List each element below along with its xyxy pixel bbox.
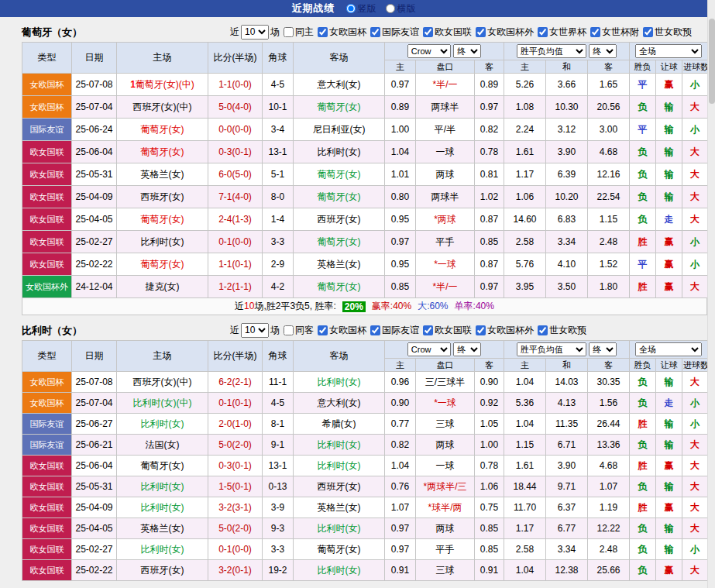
away-team[interactable]: 尼日利亚(女) <box>294 119 385 141</box>
same-venue-filter-checkbox[interactable] <box>284 325 294 335</box>
score[interactable]: 1-1(0-1) <box>208 253 263 276</box>
layout-option-vertical[interactable]: 竖版 <box>346 2 376 15</box>
away-team[interactable]: 西班牙(女) <box>294 476 385 497</box>
scope-select[interactable]: 全场 <box>635 342 702 356</box>
score[interactable]: 5-0(2-0) <box>208 435 263 456</box>
odds-stage-select[interactable]: 终 <box>453 44 481 58</box>
home-team[interactable]: 1葡萄牙(女)(中) <box>117 74 208 96</box>
competition-filter[interactable]: 国际友谊 <box>366 26 419 39</box>
score[interactable]: 5-0(2-0) <box>208 518 263 539</box>
away-team[interactable]: 葡萄牙(女) <box>294 231 385 253</box>
home-team[interactable]: 英格兰(女) <box>117 163 208 186</box>
competition-filter[interactable]: 女世界杯 <box>534 26 586 39</box>
score[interactable]: 3-2(3-1) <box>208 497 263 518</box>
home-team[interactable]: 西班牙(女)(中) <box>117 96 208 119</box>
competition-filter[interactable]: 世女欧预 <box>534 324 586 337</box>
score[interactable]: 0-1(0-0) <box>208 539 263 560</box>
score[interactable]: 1-2(1-1) <box>208 276 263 298</box>
home-team[interactable]: 西班牙(女)(中) <box>117 372 208 393</box>
home-team[interactable]: 葡萄牙(女) <box>117 208 208 231</box>
away-team[interactable]: 葡萄牙(女) <box>294 539 385 560</box>
away-team[interactable]: 比利时(女) <box>294 435 385 456</box>
home-team[interactable]: 葡萄牙(女) <box>117 119 208 141</box>
away-team[interactable]: 葡萄牙(女) <box>294 186 385 208</box>
recent-count-select[interactable]: 10 <box>241 25 269 40</box>
competition-filter-checkbox[interactable] <box>370 325 380 335</box>
away-team[interactable]: 意大利(女) <box>294 74 385 96</box>
competition-filter[interactable]: 女欧国杯 <box>314 26 366 39</box>
competition-filter-checkbox[interactable] <box>538 325 548 335</box>
home-team[interactable]: 西班牙(女) <box>117 560 208 581</box>
score[interactable]: 0-1(0-1) <box>208 393 263 414</box>
euro-odds-select[interactable]: 胜平负均值 <box>517 44 586 58</box>
score[interactable]: 0-1(0-0) <box>208 231 263 253</box>
home-team[interactable]: 比利时(女) <box>117 476 208 497</box>
bookmaker-select[interactable]: Crow <box>407 342 451 356</box>
away-team[interactable]: 葡萄牙(女) <box>294 276 385 298</box>
vertical-layout-radio[interactable] <box>346 4 356 13</box>
away-team[interactable]: 英格兰(女) <box>294 253 385 276</box>
competition-filter-checkbox[interactable] <box>590 27 600 37</box>
away-team[interactable]: 英格兰(女) <box>294 497 385 518</box>
home-team[interactable]: 葡萄牙(女) <box>117 456 208 476</box>
euro-stage-select[interactable]: 终 <box>589 342 617 356</box>
home-team[interactable]: 捷克(女) <box>117 276 208 298</box>
score[interactable]: 6-0(5-0) <box>208 163 263 186</box>
competition-filter-checkbox[interactable] <box>476 325 486 335</box>
competition-filter-checkbox[interactable] <box>318 27 328 37</box>
score[interactable]: 0-3(0-1) <box>208 456 263 476</box>
euro-odds-select[interactable]: 胜平负均值 <box>517 342 586 356</box>
score[interactable]: 1-5(0-1) <box>208 476 263 497</box>
score[interactable]: 2-4(1-3) <box>208 208 263 231</box>
scope-select[interactable]: 全场 <box>635 44 702 58</box>
competition-filter[interactable]: 女欧国杯外 <box>472 26 534 39</box>
score[interactable]: 5-0(4-0) <box>208 96 263 119</box>
same-venue-filter-checkbox[interactable] <box>284 27 294 37</box>
scrollbar-thumb[interactable] <box>709 19 715 104</box>
same-venue-filter[interactable]: 同主 <box>280 26 314 39</box>
away-team[interactable]: 葡萄牙(女) <box>294 163 385 186</box>
competition-filter-checkbox[interactable] <box>370 27 380 37</box>
away-team[interactable]: 西班牙(女) <box>294 208 385 231</box>
score[interactable]: 6-2(2-1) <box>208 372 263 393</box>
odds-stage-select[interactable]: 终 <box>453 342 481 356</box>
competition-filter[interactable]: 女欧国杯外 <box>472 324 534 337</box>
score[interactable]: 0-3(0-1) <box>208 141 263 163</box>
home-team[interactable]: 法国(女) <box>117 435 208 456</box>
competition-filter-checkbox[interactable] <box>318 325 328 335</box>
home-team[interactable]: 葡萄牙(女) <box>117 141 208 163</box>
score[interactable]: 1-1(0-0) <box>208 74 263 96</box>
away-team[interactable]: 比利时(女) <box>294 372 385 393</box>
vertical-scrollbar[interactable] <box>707 0 715 588</box>
home-team[interactable]: 比利时(女) <box>117 414 208 435</box>
home-team[interactable]: 葡萄牙(女) <box>117 253 208 276</box>
layout-option-horizontal[interactable]: 横版 <box>386 2 416 15</box>
away-team[interactable]: 比利时(女) <box>294 518 385 539</box>
home-team[interactable]: 西班牙(女) <box>117 186 208 208</box>
away-team[interactable]: 比利时(女) <box>294 456 385 476</box>
score[interactable]: 2-0(1-0) <box>208 414 263 435</box>
competition-filter[interactable]: 欧女国联 <box>419 26 472 39</box>
same-venue-filter[interactable]: 同客 <box>280 324 314 337</box>
competition-filter-checkbox[interactable] <box>423 325 433 335</box>
home-team[interactable]: 比利时(女)(中) <box>117 393 208 414</box>
home-team[interactable]: 比利时(女) <box>117 497 208 518</box>
away-team[interactable]: 希腊(女) <box>294 414 385 435</box>
away-team[interactable]: 葡萄牙(女) <box>294 96 385 119</box>
bookmaker-select[interactable]: Crow <box>407 44 451 58</box>
home-team[interactable]: 英格兰(女) <box>117 518 208 539</box>
score[interactable]: 3-2(0-1) <box>208 560 263 581</box>
score[interactable]: 7-1(4-0) <box>208 186 263 208</box>
home-team[interactable]: 比利时(女) <box>117 231 208 253</box>
euro-stage-select[interactable]: 终 <box>589 44 617 58</box>
home-team[interactable]: 比利时(女) <box>117 539 208 560</box>
competition-filter[interactable]: 女欧国杯 <box>314 324 366 337</box>
competition-filter-checkbox[interactable] <box>643 27 653 37</box>
competition-filter[interactable]: 国际友谊 <box>366 324 419 337</box>
competition-filter-checkbox[interactable] <box>476 27 486 37</box>
competition-filter[interactable]: 女世杯附 <box>586 26 639 39</box>
score[interactable]: 0-0(0-0) <box>208 119 263 141</box>
competition-filter[interactable]: 世女欧预 <box>639 26 692 39</box>
away-team[interactable]: 比利时(女) <box>294 141 385 163</box>
horizontal-layout-radio[interactable] <box>386 4 395 13</box>
